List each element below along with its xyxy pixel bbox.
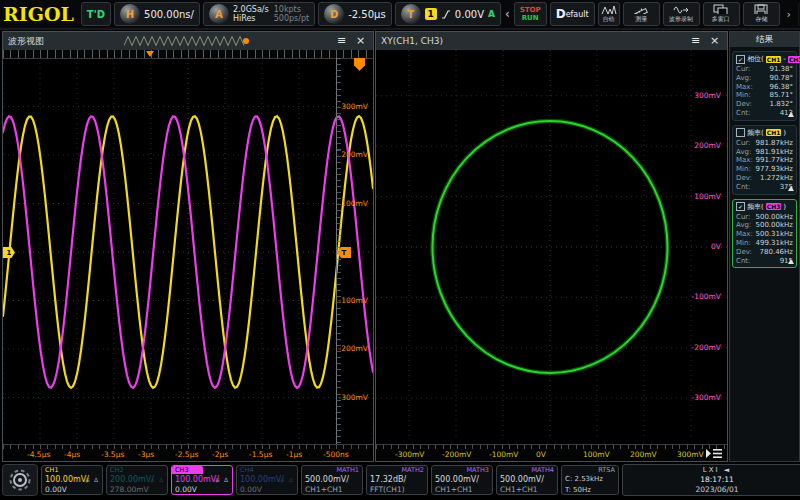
waveform-view-window: 波形视图 ≡ × 300mV200mV100mV-100mV-200mV-300… [2, 31, 374, 462]
measurement-checkbox[interactable]: ✓ [736, 55, 745, 64]
measurement-stat-value: 90.78° [769, 74, 793, 83]
run-stop-button[interactable]: STOP RUN [514, 2, 547, 26]
h-knob-icon[interactable]: H [120, 4, 140, 24]
waveform-view-titlebar[interactable]: 波形视图 ≡ × [3, 32, 373, 50]
measurement-stat-value: 981.91kHz [756, 148, 794, 157]
bandwidth-probe-icons: ≡ Δ [280, 474, 294, 485]
measurement-stat-key: Min: [736, 91, 751, 100]
y-axis-label: -100mV [339, 296, 368, 305]
y-axis-label: 200mV [341, 150, 368, 159]
measurement-stat-value: 500.00kHz [756, 221, 794, 230]
measurement-card[interactable]: ✓相位(CH1-CH3)Cur:91.38°Avg:90.78°Max:96.3… [732, 51, 797, 121]
math-scale: 500.00mV/ [500, 474, 554, 485]
window-close-icon[interactable]: × [353, 34, 368, 48]
measurement-stat-value: 499.31kHz [756, 239, 794, 248]
trigger-position-indicator[interactable] [146, 51, 154, 57]
system-time: 18:17:11 [700, 475, 734, 485]
trigger-button[interactable]: T 1 0.00V A [395, 2, 501, 26]
xy-x-axis-label: -300mV [395, 450, 424, 459]
math-box-math2[interactable]: MATH217.32dB/FFT(CH1) [366, 465, 428, 495]
xy-view-titlebar[interactable]: XY(CH1, CH3) ≡ × [376, 32, 727, 50]
y-axis-label: -300mV [339, 393, 368, 402]
channel-tag: CH1 [45, 466, 59, 474]
measure-button[interactable]: 测量 [623, 2, 660, 26]
xy-y-axis-label: -300mV [692, 393, 721, 402]
record-button[interactable]: 波形录制 [663, 2, 700, 26]
measurement-stat-value: 85.71° [769, 91, 793, 100]
horizontal-scale-button[interactable]: H 500.00ns/ [114, 2, 200, 26]
waveform-plot-area[interactable]: 300mV200mV100mV-100mV-200mV-300mV T 1 [3, 58, 373, 446]
record-icon [673, 4, 689, 14]
default-button[interactable]: Default [550, 2, 595, 26]
math-box-math4[interactable]: MATH4500.00mV/CH1+CH1 [496, 465, 558, 495]
channel-box-ch3[interactable]: CH3≡ Δ100.00mV/0.00V [171, 465, 233, 495]
trigger-info: 1 0.00V A [425, 8, 495, 20]
measurement-checkbox[interactable]: ✓ [736, 202, 745, 211]
measurement-row: Cur:500.00kHz [736, 213, 793, 222]
math-scale: 17.32dB/ [370, 474, 424, 485]
measurement-row: Dev:1.832° [736, 100, 793, 109]
channel-offset: 278.00mV [110, 485, 164, 495]
counter-box[interactable]: RTSA C: 2.53kHz T: 50Hz [561, 465, 619, 495]
measurement-stat-value: 500.00kHz [756, 213, 794, 222]
storage-button[interactable]: 存储 [743, 2, 780, 26]
storage-label: 存储 [755, 15, 767, 23]
default-label-rest: efault [566, 10, 589, 19]
measurement-stat-value: 1.272kHz [760, 174, 793, 183]
measurement-card[interactable]: 频率(CH1)Cur:981.87kHzAvg:981.91kHzMax:991… [732, 125, 797, 195]
waveform-overview-thumbnail[interactable] [124, 34, 254, 48]
delay-button[interactable]: D -2.50µs [318, 2, 391, 26]
channel-tag: CH3 [172, 466, 203, 474]
multi-window-button[interactable]: 多窗口 [703, 2, 740, 26]
multi-window-icon [713, 4, 729, 14]
measurement-source-chip: CH3 [766, 203, 782, 210]
xy-menu-icon[interactable] [705, 447, 723, 460]
a-knob-icon[interactable]: A [209, 4, 229, 24]
expand-icon[interactable] [788, 186, 794, 191]
top-toolbar: RIGOL T'D H 500.00ns/ A 2.0GSa/s HiRes 1… [0, 0, 800, 30]
expand-icon[interactable] [788, 112, 794, 117]
channel-tag: CH4 [240, 466, 254, 474]
d-knob-icon[interactable]: D [324, 4, 344, 24]
measurement-source-sep: - [783, 55, 786, 63]
measurement-checkbox[interactable] [736, 128, 745, 137]
measurement-row: Avg:981.91kHz [736, 148, 793, 157]
math-expression: CH1+CH1 [305, 485, 359, 495]
navigation-gear-button[interactable] [2, 464, 38, 496]
channel-box-ch4[interactable]: CH4≡ Δ100.00mV/0.00V [236, 465, 298, 495]
math-tag: MATH4 [531, 466, 554, 474]
t-knob-icon[interactable]: T [401, 4, 421, 24]
measurement-name-close: ) [783, 129, 786, 137]
measurement-card-header: ✓频率(CH3) [736, 202, 793, 212]
measurement-card[interactable]: ✓频率(CH3)Cur:500.00kHzAvg:500.00kHzMax:50… [732, 199, 797, 269]
more-tools-chevron[interactable]: › [783, 2, 795, 26]
measurement-row: Cnt:375 [736, 183, 793, 192]
xy-plot-area[interactable]: 300mV200mV100mV0V-100mV-200mV-300mV [376, 50, 727, 440]
results-panel-title: 结果 [730, 32, 799, 47]
trigger-source-badge: 1 [425, 8, 437, 20]
math-box-math3[interactable]: MATH3500.00mV/CH1+CH1 [431, 465, 493, 495]
channel-box-ch2[interactable]: CH2≡ Δ200.00mV/278.00mV [106, 465, 168, 495]
window-menu-icon[interactable]: ≡ [334, 34, 349, 48]
auto-button[interactable]: 自动 [598, 2, 620, 26]
expand-icon[interactable] [788, 259, 794, 264]
collapse-chevron-icon[interactable]: ‹ [504, 7, 511, 21]
trigger-status-badge: T'D [81, 2, 111, 26]
math-tag: MATH3 [466, 466, 489, 474]
math-box-math1[interactable]: MATH1500.00mV/CH1+CH1 [301, 465, 363, 495]
measurement-name-close: ) [783, 203, 786, 211]
measurement-row: Max:991.77kHz [736, 156, 793, 165]
measurement-stat-value: 977.93kHz [756, 165, 794, 174]
channel-box-ch1[interactable]: CH1≡ Δ100.00mV/0.00V [41, 465, 103, 495]
measurement-stat-key: Dev: [736, 100, 752, 109]
timebase-value: 500.00ns/ [144, 9, 194, 20]
measure-icon [633, 4, 649, 14]
y-axis-label: 100mV [341, 199, 368, 208]
channel-scale: ≡ Δ100.00mV/ [240, 474, 294, 485]
measurement-name: 相位( [747, 54, 764, 64]
window-close-icon[interactable]: × [707, 34, 722, 48]
acquisition-button[interactable]: A 2.0GSa/s HiRes 10kpts 500ps/pt [203, 2, 315, 26]
channel-scale-value: 100.00mV/ [175, 475, 219, 484]
clock-box[interactable]: LXI ◄ 18:17:11 2023/06/01 [622, 464, 800, 496]
window-menu-icon[interactable]: ≡ [688, 34, 703, 48]
